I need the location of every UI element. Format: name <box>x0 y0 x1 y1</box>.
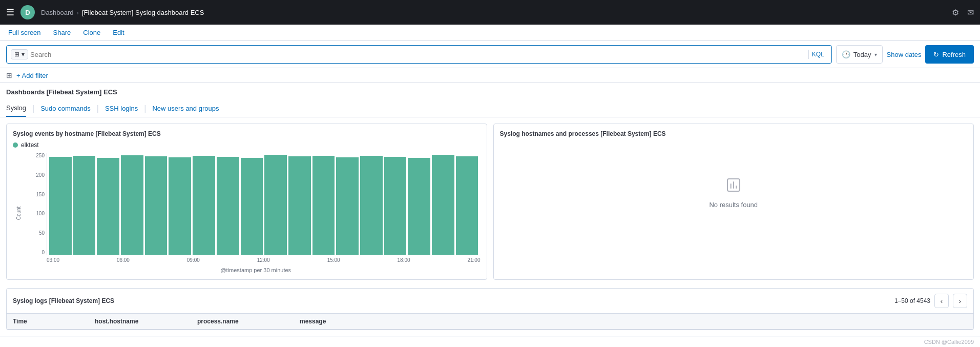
legend-dot <box>13 142 18 148</box>
add-filter-button[interactable]: + Add filter <box>16 72 48 79</box>
tab-sudo-commands[interactable]: Sudo commands <box>40 100 91 116</box>
col-process: process.name <box>197 318 300 325</box>
chart-bar <box>432 155 454 255</box>
tab-new-users-groups[interactable]: New users and groups <box>152 100 219 116</box>
x-label-1200: 12:00 <box>257 257 270 263</box>
page-footer: CSDN @Callie2099 <box>0 336 980 347</box>
prev-page-button[interactable]: ‹ <box>934 294 949 308</box>
x-axis-title: @timestamp per 30 minutes <box>31 267 481 273</box>
x-label-2100: 21:00 <box>467 257 480 263</box>
main-content: Syslog events by hostname [Filebeat Syst… <box>0 117 980 336</box>
chart-bar <box>49 157 72 255</box>
bar-chart-container: Count 250 200 150 100 50 0 <box>13 153 481 273</box>
x-label-0300: 03:00 <box>47 257 59 263</box>
app-logo: D <box>20 5 35 19</box>
pagination: 1–50 of 4543 ‹ › <box>894 294 967 308</box>
refresh-button[interactable]: ↻ Refresh <box>925 45 974 64</box>
tab-separator-2: | <box>97 104 99 113</box>
y-label-200: 200 <box>36 172 45 178</box>
chart-legend: elktest <box>13 141 481 149</box>
action-bar: Full screen Share Clone Edit <box>0 25 980 41</box>
x-label-1500: 15:00 <box>327 257 340 263</box>
filter-icon[interactable]: ⊞ <box>6 71 12 79</box>
time-picker[interactable]: 🕐 Today ▾ <box>836 45 883 64</box>
chart-bar <box>456 156 478 255</box>
query-toggle[interactable]: ⊞ ▾ <box>11 49 28 59</box>
x-label-1800: 18:00 <box>398 257 410 263</box>
kql-badge[interactable]: KQL <box>808 50 827 59</box>
breadcrumb-current: [Filebeat System] Syslog dashboard ECS <box>82 9 204 16</box>
tab-syslog[interactable]: Syslog <box>6 100 26 117</box>
search-bar: ⊞ ▾ KQL 🕐 Today ▾ Show dates ↻ Refresh <box>0 41 980 68</box>
charts-row: Syslog events by hostname [Filebeat Syst… <box>6 124 974 280</box>
syslog-logs-section: Syslog logs [Filebeat System] ECS 1–50 o… <box>6 288 974 330</box>
dashboard-header: Dashboards [Filebeat System] ECS <box>0 83 980 98</box>
clone-button[interactable]: Clone <box>81 28 102 37</box>
tab-ssh-logins[interactable]: SSH logins <box>105 100 138 116</box>
y-label-0: 0 <box>41 250 45 255</box>
chart-bar <box>384 157 407 255</box>
chevron-down-icon: ▾ <box>22 51 25 58</box>
edit-button[interactable]: Edit <box>111 28 126 37</box>
y-label-150: 150 <box>36 192 45 197</box>
dashboard-nav-tabs: Syslog | Sudo commands | SSH logins | Ne… <box>0 98 980 117</box>
col-message: message <box>300 318 967 325</box>
table-header: Time host.hostname process.name message <box>7 314 973 330</box>
syslog-hostnames-chart: Syslog hostnames and processes [Filebeat… <box>493 124 974 280</box>
chart-bar <box>169 157 191 255</box>
syslog-events-title: Syslog events by hostname [Filebeat Syst… <box>13 130 481 137</box>
mail-icon[interactable]: ✉ <box>967 8 974 17</box>
col-hostname: host.hostname <box>95 318 197 325</box>
chart-bar <box>241 158 263 255</box>
tab-separator-1: | <box>32 104 34 113</box>
time-chevron-icon: ▾ <box>874 52 877 57</box>
no-results-panel: No results found <box>500 141 968 244</box>
chart-bar <box>312 156 335 255</box>
x-label-0900: 09:00 <box>187 257 200 263</box>
refresh-icon: ↻ <box>933 51 939 58</box>
chart-bar <box>193 156 215 255</box>
no-results-icon <box>725 177 742 197</box>
chart-bar <box>121 155 143 255</box>
fullscreen-button[interactable]: Full screen <box>6 28 43 37</box>
pagination-count: 1–50 of 4543 <box>894 297 930 304</box>
top-navigation: ☰ D Dashboard › [Filebeat System] Syslog… <box>0 0 980 25</box>
time-label: Today <box>853 51 871 58</box>
syslog-hostnames-title: Syslog hostnames and processes [Filebeat… <box>500 130 968 137</box>
x-label-0600: 06:00 <box>117 257 130 263</box>
chart-bar <box>264 155 287 255</box>
settings-icon[interactable]: ⚙ <box>952 8 959 17</box>
search-input[interactable] <box>30 51 804 58</box>
filter-bar: ⊞ + Add filter <box>0 68 980 83</box>
legend-label: elktest <box>21 141 39 149</box>
next-page-button[interactable]: › <box>953 294 967 308</box>
query-bar: ⊞ ▾ KQL <box>6 45 832 64</box>
nav-right-icons: ⚙ ✉ <box>952 8 974 17</box>
col-time: Time <box>13 318 95 325</box>
show-dates-button[interactable]: Show dates <box>887 51 922 58</box>
breadcrumb: Dashboard › [Filebeat System] Syslog das… <box>41 9 204 16</box>
y-label-100: 100 <box>36 211 45 216</box>
y-label-250: 250 <box>36 153 45 158</box>
hamburger-menu[interactable]: ☰ <box>6 7 14 18</box>
x-axis: 03:00 06:00 09:00 12:00 15:00 18:00 21:0… <box>47 255 481 265</box>
chart-bar <box>217 157 239 255</box>
tab-separator-3: | <box>144 104 146 113</box>
chart-bar <box>408 158 430 255</box>
refresh-label: Refresh <box>942 51 966 58</box>
query-toggle-icon: ⊞ <box>14 51 19 58</box>
syslog-events-chart: Syslog events by hostname [Filebeat Syst… <box>6 124 487 280</box>
chart-bar <box>288 156 311 255</box>
logs-title: Syslog logs [Filebeat System] ECS <box>13 297 114 304</box>
no-results-text: No results found <box>709 201 758 209</box>
breadcrumb-parent[interactable]: Dashboard <box>41 9 74 16</box>
chart-bar <box>73 156 96 255</box>
share-button[interactable]: Share <box>51 28 73 37</box>
clock-icon: 🕐 <box>842 50 850 58</box>
chart-bar <box>97 158 119 255</box>
y-axis-label: Count <box>16 206 22 220</box>
chart-bar <box>360 156 383 255</box>
y-label-50: 50 <box>39 230 45 236</box>
bars-wrapper <box>47 153 481 255</box>
chart-bar <box>336 157 359 255</box>
